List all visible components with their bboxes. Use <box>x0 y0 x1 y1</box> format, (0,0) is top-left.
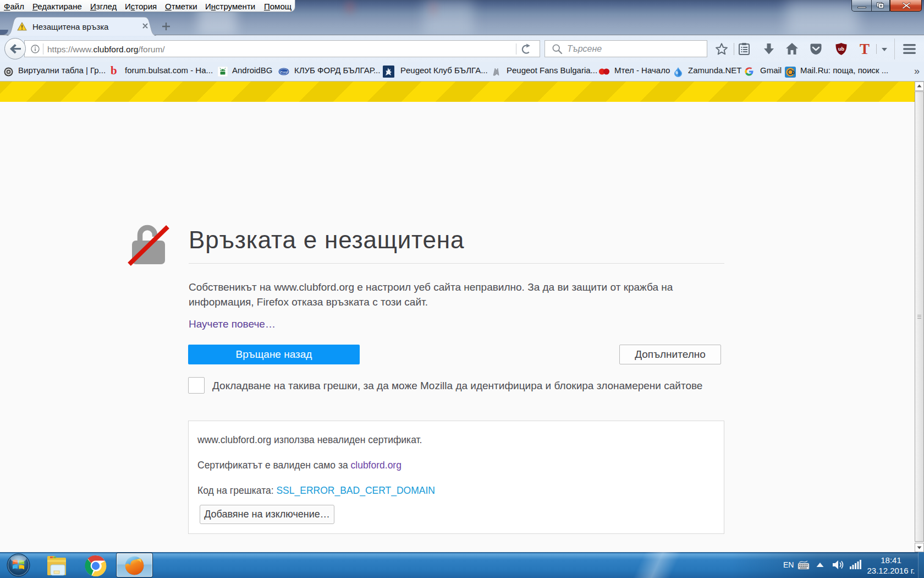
svg-text:Ford: Ford <box>279 70 288 74</box>
svg-text:ub: ub <box>838 46 844 52</box>
